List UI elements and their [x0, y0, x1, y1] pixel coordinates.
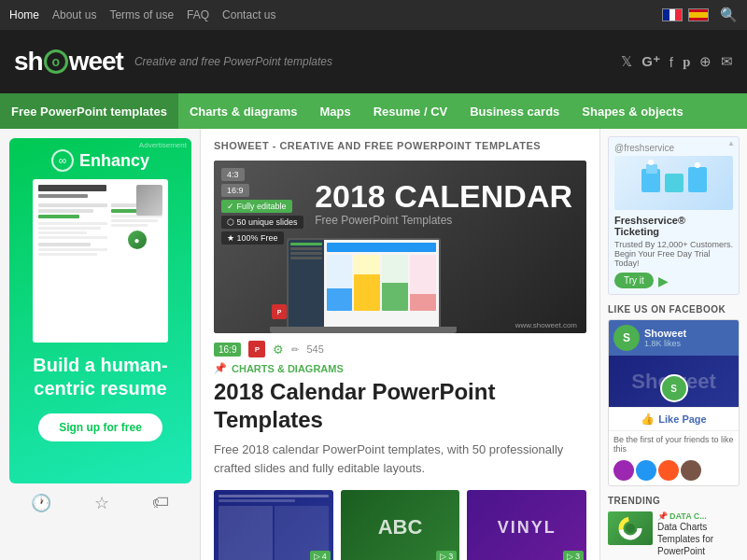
- nav-business[interactable]: Business cards: [458, 93, 571, 129]
- pin-label: ✏: [291, 344, 299, 355]
- trending-item-title: Data Charts Templates for PowerPoint: [657, 521, 740, 557]
- facebook-icon[interactable]: f: [669, 54, 673, 70]
- badge-ratio-169: 16:9: [221, 184, 249, 197]
- right-ad-desc: Trusted By 12,000+ Customers. Begin Your…: [614, 240, 733, 268]
- view-count: 545: [306, 343, 323, 355]
- green-nav: Free PowerPoint templates Charts & diagr…: [0, 93, 747, 129]
- trending-thumb: [608, 511, 653, 545]
- featured-banner: 4:3 16:9 ✓ Fully editable ⬡ 50 unique sl…: [214, 161, 586, 333]
- thumb-2[interactable]: ABC ▷3: [341, 490, 460, 560]
- ppt-icon: P: [272, 304, 287, 319]
- logo-o-circle: o: [44, 49, 68, 74]
- post-meta-icons: 16:9 P ⚙ ✏ 545: [214, 341, 586, 357]
- calendar-subtitle: Free PowerPoint Templates: [315, 214, 572, 227]
- thumbnail-grid: ▷4 ABC ▷3 VINYL ▷3: [214, 490, 586, 560]
- email-icon[interactable]: ✉: [721, 53, 733, 70]
- left-sidebar: Advertisement ∞ Enhancy: [0, 129, 201, 560]
- tag-icon[interactable]: 🏷: [152, 493, 169, 513]
- page-title: SHOWEET - CREATIVE AND FREE POWERPOINT T…: [214, 140, 586, 151]
- nav-contact[interactable]: Contact us: [222, 8, 275, 21]
- settings-icon[interactable]: ⚙: [273, 343, 284, 357]
- thumb-1[interactable]: ▷4: [214, 490, 333, 560]
- svg-point-8: [626, 524, 635, 533]
- featured-title: 2018 Calendar PowerPoint Templates: [214, 378, 586, 434]
- nav-charts[interactable]: Charts & diagrams: [178, 93, 309, 129]
- trending-item[interactable]: 📌 DATA C... Data Charts Templates for Po…: [608, 511, 740, 557]
- googleplus-icon[interactable]: G⁺: [641, 53, 660, 70]
- fb-like-button[interactable]: 👍 Like Page: [609, 407, 739, 430]
- ad-brand-name: Enhancy: [79, 151, 149, 171]
- trending-section-title: TRENDING: [608, 496, 740, 506]
- ratio-badge: 16:9: [214, 343, 241, 357]
- fb-avatar: S: [613, 325, 640, 351]
- friend-avatar-3: [658, 460, 679, 481]
- clock-icon[interactable]: 🕐: [31, 493, 51, 513]
- right-ad-button[interactable]: Try it: [614, 273, 654, 288]
- logo[interactable]: sh o weet Creative and free PowerPoint t…: [14, 47, 332, 77]
- flag-es[interactable]: [688, 8, 709, 21]
- nav-faq[interactable]: FAQ: [187, 8, 209, 21]
- category-label[interactable]: 📌 CHARTS & DIAGRAMS: [214, 362, 586, 374]
- friend-avatar-4: [681, 460, 701, 481]
- thumb-3[interactable]: VINYL ▷3: [467, 490, 586, 560]
- svg-point-5: [695, 162, 700, 168]
- right-ad-image: [614, 156, 733, 210]
- star-icon[interactable]: ☆: [94, 493, 109, 513]
- svg-rect-4: [688, 167, 707, 192]
- logo-text: sh: [14, 47, 43, 77]
- thumb-1-count: ▷4: [310, 551, 331, 560]
- calendar-year-text: 2018 CALENDAR: [315, 179, 572, 214]
- friend-avatar-1: [613, 460, 634, 481]
- left-ad: Advertisement ∞ Enhancy: [9, 138, 191, 483]
- svg-rect-1: [646, 164, 657, 174]
- svg-point-2: [648, 160, 654, 165]
- right-sidebar: ▲ @freshservice Freshservice® Ticketing …: [599, 129, 747, 560]
- nav-terms[interactable]: Terms of use: [109, 8, 174, 21]
- fb-likes-count: 1.8K likes: [644, 339, 686, 348]
- social-icons: 𝕏 G⁺ f 𝐩 ⊕ ✉: [621, 53, 733, 70]
- thumb-3-count: ▷3: [563, 551, 584, 560]
- featured-description: Free 2018 calendar PowerPoint templates,…: [214, 441, 586, 477]
- trending-cat-label: 📌 DATA C...: [657, 511, 740, 521]
- flag-fr[interactable]: [662, 8, 683, 21]
- badge-slides: ⬡ 50 unique slides: [221, 216, 303, 229]
- fb-page-name: Showeet: [644, 328, 686, 339]
- badge-free: ★ 100% Free: [221, 231, 284, 245]
- logo-text-end: weet: [69, 47, 123, 77]
- friend-avatar-2: [636, 460, 656, 481]
- fb-friend-avatars: [609, 457, 739, 485]
- like-page-label: Like Page: [658, 413, 706, 425]
- site-url: www.showeet.com: [515, 321, 577, 329]
- ad-heart-icon: ∞: [51, 149, 74, 172]
- ad-small-text: Advertisement: [139, 141, 187, 149]
- nav-free-templates[interactable]: Free PowerPoint templates: [0, 93, 178, 129]
- rss-icon[interactable]: ⊕: [699, 53, 712, 70]
- nav-about[interactable]: About us: [52, 8, 96, 21]
- search-icon[interactable]: 🔍: [720, 7, 738, 23]
- twitter-icon[interactable]: 𝕏: [621, 53, 632, 70]
- nav-home[interactable]: Home: [9, 8, 39, 21]
- laptop-visual: [265, 238, 461, 333]
- right-ad-title: Freshservice® Ticketing: [614, 215, 733, 237]
- ad-resume-preview: ●: [33, 179, 168, 343]
- ad-headline: Build a human-centric resume: [21, 354, 180, 400]
- facebook-section-title: LIKE US ON FACEBOOK: [608, 304, 740, 315]
- pinterest-icon[interactable]: 𝐩: [683, 53, 690, 70]
- top-nav: Home About us Terms of use FAQ Contact u…: [0, 0, 747, 30]
- nav-shapes[interactable]: Shapes & objects: [571, 93, 694, 129]
- badge-ratio-43: 4:3: [221, 168, 245, 181]
- nav-resume[interactable]: Resume / CV: [362, 93, 458, 129]
- ad-logo-row: ∞ Enhancy: [21, 149, 180, 172]
- thumbs-up-icon: 👍: [641, 413, 655, 426]
- fb-header-row: S Showeet 1.8K likes: [609, 320, 739, 356]
- nav-maps[interactable]: Maps: [308, 93, 361, 129]
- center-content: SHOWEET - CREATIVE AND FREE POWERPOINT T…: [201, 129, 599, 560]
- tagline: Creative and free PowerPoint templates: [134, 55, 332, 68]
- header: sh o weet Creative and free PowerPoint t…: [0, 30, 747, 93]
- fb-cover-image: Showeet S: [609, 356, 739, 407]
- right-ad-arrow: ▶: [658, 273, 669, 288]
- thumb-2-count: ▷3: [436, 551, 457, 560]
- svg-rect-3: [665, 174, 684, 192]
- facebook-box: S Showeet 1.8K likes Showeet S 👍 Like Pa…: [608, 319, 740, 486]
- ad-signup-button[interactable]: Sign up for free: [38, 413, 162, 441]
